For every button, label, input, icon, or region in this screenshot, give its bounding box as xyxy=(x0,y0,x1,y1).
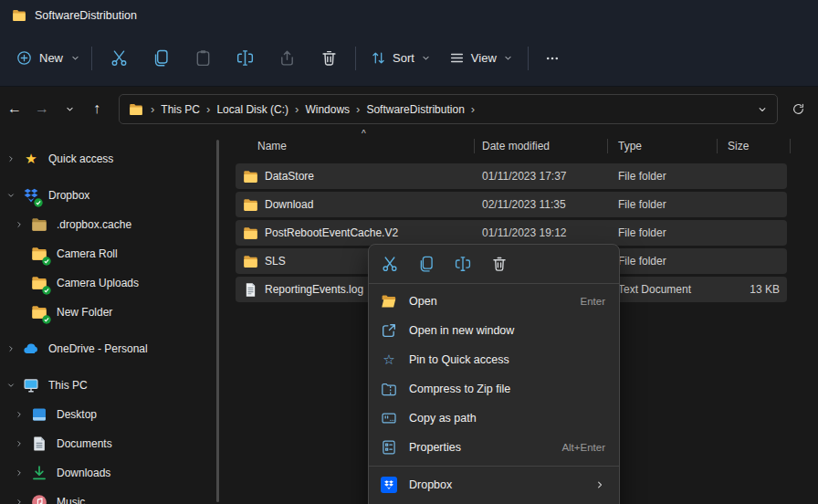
breadcrumb-softwaredistribution[interactable]: SoftwareDistribution xyxy=(363,103,467,116)
sidebar-item-camera-uploads[interactable]: Camera Uploads xyxy=(0,268,226,298)
menu-divider xyxy=(369,466,619,467)
file-date: 01/11/2023 17:37 xyxy=(482,170,567,183)
sidebar-item-label: .dropbox.cache xyxy=(57,218,131,231)
paste-button[interactable] xyxy=(182,41,224,76)
menu-item-open[interactable]: Open Enter xyxy=(369,287,619,316)
chevron-placeholder xyxy=(13,277,26,289)
sidebar-item-documents[interactable]: Documents xyxy=(0,429,226,458)
file-name: Download xyxy=(265,198,313,211)
sidebar-item-label: Desktop xyxy=(57,408,97,421)
window-tab[interactable]: SoftwareDistribution xyxy=(12,8,137,23)
copy-button[interactable] xyxy=(140,41,182,76)
file-type: File folder xyxy=(618,170,666,183)
sidebar-item-onedrive[interactable]: OneDrive - Personal xyxy=(0,334,226,363)
sidebar-item-quick-access[interactable]: ★ Quick access xyxy=(0,144,226,173)
breadcrumb-this-pc[interactable]: This PC xyxy=(158,103,203,116)
trash-icon xyxy=(491,256,508,272)
breadcrumb-separator: › xyxy=(203,102,214,116)
context-menu-quick-actions xyxy=(369,245,619,283)
view-button[interactable]: View xyxy=(440,43,522,73)
sidebar-item-desktop[interactable]: Desktop xyxy=(0,400,226,429)
copy-button[interactable] xyxy=(408,249,445,278)
expand-chevron-icon[interactable] xyxy=(5,152,17,165)
column-header-type[interactable]: Type xyxy=(608,132,718,160)
open-new-window-icon xyxy=(381,322,397,339)
expand-chevron-icon[interactable] xyxy=(13,408,26,421)
sidebar-item-new-folder[interactable]: New Folder xyxy=(0,298,226,327)
expand-chevron-icon[interactable] xyxy=(13,437,26,450)
expand-chevron-icon[interactable] xyxy=(13,467,26,479)
table-row-download[interactable]: Download 02/11/2023 11:35 File folder xyxy=(236,192,787,217)
forward-button[interactable]: → xyxy=(29,96,55,121)
file-date: 02/11/2023 11:35 xyxy=(482,198,566,211)
sidebar-item-dropbox[interactable]: Dropbox xyxy=(0,181,226,210)
sidebar-item-dropbox-cache[interactable]: .dropbox.cache xyxy=(0,210,226,239)
menu-item-copy-as-path[interactable]: Copy as path xyxy=(369,404,619,433)
file-type: File folder xyxy=(618,198,666,211)
computer-icon xyxy=(23,377,39,394)
up-button[interactable]: ↑ xyxy=(84,96,110,121)
file-size: 13 KB xyxy=(697,283,780,296)
collapse-chevron-icon[interactable] xyxy=(5,379,17,392)
share-button[interactable] xyxy=(266,41,308,76)
menu-item-label: Open in new window xyxy=(409,324,514,337)
menu-item-dropbox[interactable]: Dropbox xyxy=(369,470,619,499)
menu-item-properties[interactable]: Properties Alt+Enter xyxy=(369,433,619,462)
column-header-name[interactable]: Name ^ xyxy=(236,132,475,160)
onedrive-cloud-icon xyxy=(23,341,39,357)
column-header-row: Name ^ Date modified Type Size xyxy=(228,132,818,160)
toolbar-divider xyxy=(528,47,529,70)
breadcrumb-local-disk[interactable]: Local Disk (C:) xyxy=(214,103,291,116)
share-icon xyxy=(278,49,296,67)
delete-button[interactable] xyxy=(308,41,350,76)
recent-locations-button[interactable] xyxy=(57,96,82,121)
download-arrow-icon xyxy=(31,465,47,481)
folder-icon xyxy=(243,254,258,269)
new-button-label: New xyxy=(39,51,63,65)
sidebar-item-camera-roll[interactable]: Camera Roll xyxy=(0,239,226,268)
ellipsis-icon xyxy=(545,51,560,66)
sidebar-item-this-pc[interactable]: This PC xyxy=(0,371,226,400)
star-outline-icon: ☆ xyxy=(381,352,397,368)
cut-button[interactable] xyxy=(372,249,408,278)
file-name: SLS xyxy=(265,255,286,268)
expand-chevron-icon[interactable] xyxy=(13,496,26,504)
sidebar-item-downloads[interactable]: Downloads xyxy=(0,458,226,488)
back-button[interactable]: ← xyxy=(2,96,27,121)
address-bar[interactable]: › This PC › Local Disk (C:) › Windows › … xyxy=(119,94,778,124)
chevron-down-icon xyxy=(70,53,80,63)
column-header-size[interactable]: Size xyxy=(718,132,791,160)
trash-icon xyxy=(320,49,338,67)
open-folder-icon xyxy=(381,293,397,310)
chevron-down-icon xyxy=(503,53,513,63)
sidebar-item-music[interactable]: Music xyxy=(0,488,226,504)
more-options-button[interactable] xyxy=(534,41,571,76)
sidebar-scrollbar[interactable] xyxy=(216,140,219,502)
column-label: Type xyxy=(618,140,642,152)
column-header-date-modified[interactable]: Date modified xyxy=(475,132,608,160)
expand-chevron-icon[interactable] xyxy=(5,342,17,355)
address-dropdown-chevron-icon[interactable] xyxy=(757,104,768,115)
menu-item-compress-to-zip[interactable]: Compress to Zip file xyxy=(369,374,619,404)
breadcrumb-separator: › xyxy=(147,102,158,116)
cut-button[interactable] xyxy=(98,41,140,76)
rename-button[interactable] xyxy=(445,249,481,278)
table-row-postrebooteventcache[interactable]: PostRebootEventCache.V2 01/11/2023 19:12… xyxy=(236,220,787,246)
file-name: ReportingEvents.log xyxy=(265,283,363,296)
refresh-button[interactable] xyxy=(786,97,810,121)
collapse-chevron-icon[interactable] xyxy=(5,189,17,202)
copy-icon xyxy=(152,49,170,67)
table-row-datastore[interactable]: DataStore 01/11/2023 17:37 File folder xyxy=(236,163,787,189)
new-button[interactable]: New xyxy=(9,43,86,73)
context-menu: Open Enter Open in new window ☆ Pin to Q… xyxy=(368,244,620,504)
rename-button[interactable] xyxy=(224,41,266,76)
breadcrumb-windows[interactable]: Windows xyxy=(302,103,352,116)
menu-item-pin-to-quick-access[interactable]: ☆ Pin to Quick access xyxy=(369,345,619,374)
expand-chevron-icon[interactable] xyxy=(13,218,26,231)
delete-button[interactable] xyxy=(481,249,518,278)
menu-item-open-in-new-window[interactable]: Open in new window xyxy=(369,316,619,345)
menu-shortcut: Enter xyxy=(581,296,606,307)
sort-button[interactable]: Sort xyxy=(362,43,440,73)
sync-check-icon xyxy=(42,257,51,266)
sidebar-item-label: This PC xyxy=(48,379,88,392)
